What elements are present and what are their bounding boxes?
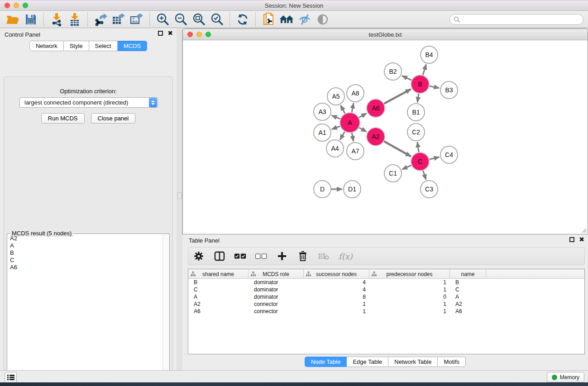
result-item[interactable]: C (7, 257, 163, 264)
add-column-icon[interactable] (276, 250, 288, 262)
edge-B-B1[interactable] (417, 94, 419, 102)
close-table-panel-icon[interactable]: ✖ (579, 237, 584, 242)
column-header-shared-name[interactable]: shared name (188, 269, 249, 279)
column-header-predecessor-nodes[interactable]: predecessor nodes (369, 269, 450, 279)
run-mcds-button[interactable]: Run MCDS (41, 113, 85, 124)
close-panel-icon[interactable]: ✖ (167, 31, 173, 36)
node-C3[interactable]: C3 (421, 181, 438, 198)
edge-C-C3[interactable] (423, 171, 426, 180)
select-all-checkboxes-icon[interactable] (234, 250, 246, 262)
node-B[interactable]: B (411, 75, 429, 93)
edge-B-B4[interactable] (423, 64, 426, 75)
node-C1[interactable]: C1 (384, 165, 402, 182)
import-table-icon[interactable] (67, 12, 82, 27)
tab-network[interactable]: Network (29, 41, 64, 51)
tab-motifs[interactable]: Motifs (438, 357, 466, 367)
column-header-name[interactable]: name (450, 269, 486, 279)
table-row[interactable]: Cdominator41C (188, 286, 584, 293)
edge-A-A6[interactable] (359, 113, 367, 117)
edge-A-A2[interactable] (359, 128, 367, 132)
deselect-all-checkboxes-icon[interactable] (255, 250, 267, 262)
result-item[interactable]: A2 (7, 235, 163, 242)
node-B3[interactable]: B3 (440, 81, 458, 99)
mcds-result-list[interactable]: A2ABCA6 (7, 235, 163, 386)
tab-edge-table[interactable]: Edge Table (347, 357, 388, 367)
memory-button[interactable]: Memory (547, 372, 584, 382)
homes-icon[interactable] (279, 12, 294, 27)
result-item[interactable]: A (7, 242, 163, 249)
refresh-icon[interactable] (235, 12, 250, 27)
delete-rows-icon[interactable] (297, 250, 309, 262)
node-B2[interactable]: B2 (384, 63, 402, 80)
result-item[interactable]: A6 (7, 264, 163, 271)
open-session-icon[interactable] (5, 12, 20, 27)
eye-slash-icon[interactable] (297, 12, 312, 27)
edge-A-A3[interactable] (331, 115, 340, 119)
table-row[interactable]: Adominator80A (188, 293, 584, 300)
tab-style[interactable]: Style (64, 41, 89, 51)
table-row[interactable]: A6connector11A6 (188, 308, 584, 315)
edge-A-A4[interactable] (340, 132, 344, 140)
column-header-successor-nodes[interactable]: successor nodes (304, 269, 369, 279)
edge-A2-C[interactable] (384, 141, 411, 156)
show-columns-icon[interactable] (214, 250, 225, 262)
zoom-fit-icon[interactable] (191, 12, 206, 27)
node-D[interactable]: D (314, 181, 331, 198)
node-A[interactable]: A (340, 113, 360, 133)
tab-select[interactable]: Select (89, 41, 118, 51)
edge-C-C1[interactable] (402, 165, 411, 169)
export-network-icon[interactable] (93, 12, 108, 27)
optimization-criterion-select[interactable]: largest connected component (directed) (19, 97, 158, 108)
node-C2[interactable]: C2 (407, 124, 425, 141)
node-C4[interactable]: C4 (440, 146, 458, 163)
edge-B-B3[interactable] (430, 86, 440, 88)
node-A2[interactable]: A2 (367, 128, 385, 146)
node-D1[interactable]: D1 (344, 181, 361, 198)
node-A1[interactable]: A1 (314, 124, 331, 141)
node-A7[interactable]: A7 (347, 143, 364, 160)
zoom-in-icon[interactable] (155, 12, 170, 27)
node-A8[interactable]: A8 (347, 85, 364, 102)
node-table[interactable]: shared nameMCDS rolesuccessor nodesprede… (188, 269, 585, 354)
result-item[interactable]: B (7, 249, 163, 257)
split-pane-handle[interactable] (177, 192, 182, 199)
node-C[interactable]: C (411, 152, 429, 171)
node-A6[interactable]: A6 (367, 99, 385, 117)
zoom-out-icon[interactable] (173, 12, 188, 27)
edge-A-A7[interactable] (352, 133, 354, 142)
task-history-button[interactable] (5, 372, 17, 383)
search-input[interactable] (460, 15, 583, 24)
result-scrollbar[interactable] (163, 234, 169, 386)
column-header-MCDS-role[interactable]: MCDS role (249, 269, 304, 279)
tab-node-table[interactable]: Node Table (305, 357, 347, 367)
node-B4[interactable]: B4 (421, 46, 438, 63)
edge-A-A1[interactable] (332, 126, 340, 129)
float-table-panel-icon[interactable] (569, 237, 574, 242)
edge-A-A8[interactable] (352, 103, 354, 113)
node-B1[interactable]: B1 (407, 104, 425, 121)
edge-A-A5[interactable] (340, 105, 345, 113)
zoom-selected-icon[interactable] (209, 12, 225, 27)
tab-mcds[interactable]: MCDS (118, 41, 147, 51)
clone-network-icon[interactable] (261, 12, 276, 27)
resize-grip-icon[interactable] (581, 227, 587, 233)
node-A3[interactable]: A3 (314, 103, 331, 120)
save-session-icon[interactable] (23, 12, 38, 27)
network-canvas[interactable]: B4B2BB3A8A5A6A3B1AA1C2A2A4A7C4CC1C3DD1 (183, 40, 588, 234)
table-row[interactable]: Bdominator41B (188, 279, 584, 286)
settings-gear-icon[interactable] (193, 250, 205, 262)
eye-icon[interactable] (315, 12, 330, 27)
edge-C-C2[interactable] (417, 142, 419, 152)
node-A5[interactable]: A5 (327, 88, 344, 105)
network-window-titlebar[interactable]: testGlobe.txt (183, 29, 588, 40)
edge-A6-B[interactable] (384, 89, 411, 104)
close-panel-button[interactable]: Close panel (91, 113, 136, 124)
export-table-icon[interactable] (111, 12, 126, 27)
edge-C-C4[interactable] (429, 157, 439, 159)
float-panel-icon[interactable] (158, 31, 163, 36)
node-A4[interactable]: A4 (326, 140, 344, 157)
table-row[interactable]: A2connector11A2 (188, 300, 584, 308)
edge-B-B2[interactable] (402, 76, 411, 80)
import-network-icon[interactable] (49, 12, 64, 27)
tab-network-table[interactable]: Network Table (388, 357, 438, 367)
